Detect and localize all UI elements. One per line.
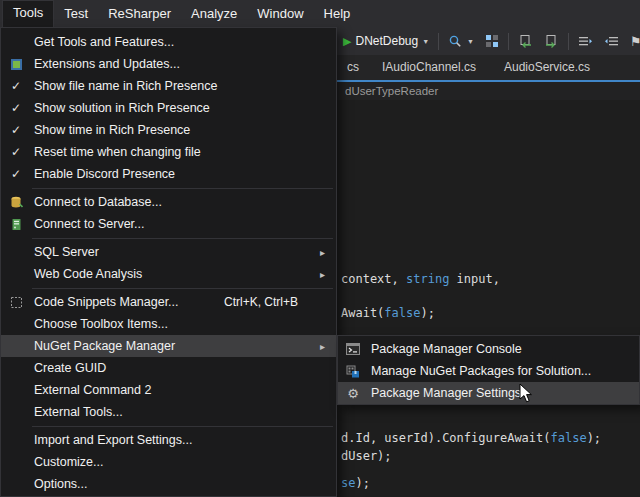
menu-item-external-command-2[interactable]: External Command 2 bbox=[1, 379, 336, 401]
start-debug-button[interactable]: ▶ DNetDebug ▼ bbox=[341, 32, 431, 50]
server-icon bbox=[10, 218, 23, 231]
packages-icon bbox=[346, 365, 360, 378]
menu-item-create-guid[interactable]: Create GUID bbox=[1, 357, 336, 379]
indent-lines-icon bbox=[578, 35, 593, 48]
tab-audioservice[interactable]: AudioService.cs bbox=[498, 55, 596, 80]
toolbar-separator bbox=[508, 33, 509, 50]
toolbar-content: ▶ DNetDebug ▼ ▼ bbox=[341, 27, 640, 55]
menu-item-sql-server[interactable]: SQL Server ▸ bbox=[1, 241, 336, 263]
submenu-item-manage-nuget-packages[interactable]: Manage NuGet Packages for Solution... bbox=[338, 360, 639, 382]
show-all-files-button[interactable] bbox=[483, 32, 501, 50]
menu-item-connect-to-server[interactable]: Connect to Server... bbox=[1, 213, 336, 235]
database-icon bbox=[10, 196, 23, 209]
menu-item-label: Show solution in Rich Presence bbox=[31, 101, 210, 115]
menu-help[interactable]: Help bbox=[314, 0, 361, 27]
submenu-item-package-manager-settings[interactable]: ⚙ Package Manager Settings bbox=[338, 382, 639, 404]
toolbar-separator bbox=[438, 33, 439, 50]
menu-item-label: Extensions and Updates... bbox=[31, 57, 180, 71]
breadcrumb-bar[interactable]: dUserTypeReader bbox=[337, 82, 640, 100]
tab-partial[interactable]: cs bbox=[337, 55, 369, 80]
menu-item-choose-toolbox-items[interactable]: Choose Toolbox Items... bbox=[1, 313, 336, 335]
menu-gutter bbox=[1, 196, 31, 209]
toggle-bookmark-button[interactable]: ⚑ bbox=[628, 33, 640, 50]
menu-item-label: External Tools... bbox=[31, 405, 123, 419]
menu-separator bbox=[32, 188, 333, 189]
submenu-arrow-icon: ▸ bbox=[320, 341, 325, 352]
code-line: Await(false); bbox=[341, 306, 435, 320]
menu-item-label: Connect to Database... bbox=[31, 195, 162, 209]
menu-item-customize[interactable]: Customize... bbox=[1, 451, 336, 473]
tab-iaudiochannel[interactable]: IAudioChannel.cs bbox=[378, 55, 480, 80]
menu-item-label: Options... bbox=[31, 477, 88, 491]
check-icon: ✓ bbox=[1, 145, 31, 159]
menu-item-label: Package Manager Console bbox=[368, 342, 522, 356]
code-editor[interactable]: context, string input, Await(false); d.I… bbox=[337, 100, 640, 497]
vs-window: Tools Test ReSharper Analyze Window Help… bbox=[0, 0, 640, 497]
code-token-keyword: false bbox=[551, 431, 587, 445]
menu-item-extensions-and-updates[interactable]: Extensions and Updates... bbox=[1, 53, 336, 75]
menu-item-label: Manage NuGet Packages for Solution... bbox=[368, 364, 591, 378]
bookmark-flag-icon: ⚑ bbox=[630, 35, 640, 48]
menu-item-label: SQL Server bbox=[31, 245, 99, 259]
code-token: context, bbox=[341, 272, 406, 286]
menu-item-label: Show file name in Rich Presence bbox=[31, 79, 217, 93]
menu-item-label: NuGet Package Manager bbox=[31, 339, 175, 353]
submenu-arrow-icon: ▸ bbox=[320, 247, 325, 258]
menu-item-label: External Command 2 bbox=[31, 383, 151, 397]
menu-item-show-time[interactable]: ✓ Show time in Rich Presence bbox=[1, 119, 336, 141]
menu-item-connect-to-database[interactable]: Connect to Database... bbox=[1, 191, 336, 213]
menu-resharper[interactable]: ReSharper bbox=[98, 0, 181, 27]
navigate-backward-button[interactable] bbox=[516, 32, 535, 50]
dropdown-caret-icon[interactable]: ▼ bbox=[467, 38, 474, 45]
menu-gutter bbox=[1, 58, 31, 71]
breadcrumb[interactable]: dUserTypeReader bbox=[345, 85, 438, 97]
toolbar-separator bbox=[568, 33, 569, 50]
submenu-item-package-manager-console[interactable]: Package Manager Console bbox=[338, 338, 639, 360]
menu-item-reset-time[interactable]: ✓ Reset time when changing file bbox=[1, 141, 336, 163]
tools-menu-popup: Get Tools and Features... Extensions and… bbox=[0, 27, 337, 497]
menu-item-enable-discord-presence[interactable]: ✓ Enable Discord Presence bbox=[1, 163, 336, 185]
menu-analyze[interactable]: Analyze bbox=[181, 0, 247, 27]
code-token-keyword: false bbox=[384, 306, 420, 320]
menu-item-label: Show time in Rich Presence bbox=[31, 123, 190, 137]
dropdown-caret-icon[interactable]: ▼ bbox=[422, 38, 429, 45]
menu-item-external-tools[interactable]: External Tools... bbox=[1, 401, 336, 423]
debug-target-label: DNetDebug bbox=[355, 34, 418, 48]
menu-item-web-code-analysis[interactable]: Web Code Analysis ▸ bbox=[1, 263, 336, 285]
menu-item-code-snippets-manager[interactable]: Code Snippets Manager... Ctrl+K, Ctrl+B bbox=[1, 291, 336, 313]
menu-item-label: Package Manager Settings bbox=[368, 386, 521, 400]
indent-button[interactable] bbox=[576, 33, 595, 50]
menu-item-options[interactable]: Options... bbox=[1, 473, 336, 495]
doc-arrow-back-icon bbox=[518, 34, 533, 48]
code-token-keyword: se bbox=[341, 476, 355, 490]
menu-tools[interactable]: Tools bbox=[2, 0, 54, 27]
check-icon: ✓ bbox=[1, 79, 31, 93]
code-token: d.Id, userId).ConfigureAwait( bbox=[341, 431, 551, 445]
check-icon: ✓ bbox=[1, 167, 31, 181]
menu-item-show-file-name[interactable]: ✓ Show file name in Rich Presence bbox=[1, 75, 336, 97]
menu-item-import-export-settings[interactable]: Import and Export Settings... bbox=[1, 429, 336, 451]
menu-item-get-tools-and-features[interactable]: Get Tools and Features... bbox=[1, 31, 336, 53]
menu-item-nuget-package-manager[interactable]: NuGet Package Manager ▸ bbox=[1, 335, 336, 357]
menu-item-label: Choose Toolbox Items... bbox=[31, 317, 168, 331]
menu-window[interactable]: Window bbox=[247, 0, 313, 27]
extensions-icon bbox=[10, 58, 23, 71]
code-line: context, string input, bbox=[341, 272, 500, 286]
play-icon: ▶ bbox=[343, 36, 351, 47]
menu-item-label: Create GUID bbox=[31, 361, 106, 375]
menu-test[interactable]: Test bbox=[54, 0, 98, 27]
nuget-submenu-popup: Package Manager Console Manage NuGet Pac… bbox=[337, 335, 640, 405]
navigate-forward-button[interactable] bbox=[542, 32, 561, 50]
menu-gutter bbox=[338, 365, 368, 378]
menu-item-label: Get Tools and Features... bbox=[31, 35, 174, 49]
menubar: Tools Test ReSharper Analyze Window Help bbox=[0, 0, 640, 27]
snippets-icon bbox=[10, 296, 23, 309]
menu-item-show-solution[interactable]: ✓ Show solution in Rich Presence bbox=[1, 97, 336, 119]
menu-item-label: Import and Export Settings... bbox=[31, 433, 192, 447]
outdent-lines-icon bbox=[604, 35, 619, 48]
menu-item-label: Enable Discord Presence bbox=[31, 167, 175, 181]
code-token: dUser); bbox=[341, 449, 392, 463]
find-button[interactable]: ▼ bbox=[446, 32, 476, 51]
outdent-button[interactable] bbox=[602, 33, 621, 50]
menu-item-label: Connect to Server... bbox=[31, 217, 144, 231]
